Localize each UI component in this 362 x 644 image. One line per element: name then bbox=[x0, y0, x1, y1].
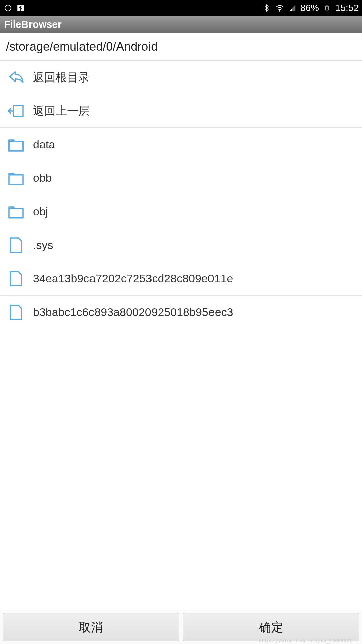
item-label: obj bbox=[33, 205, 48, 218]
file-icon bbox=[7, 303, 25, 322]
folder-icon bbox=[7, 169, 25, 187]
confirm-label: 确定 bbox=[259, 619, 283, 636]
status-right-icons: 86% 15:52 bbox=[262, 3, 359, 13]
svg-point-3 bbox=[279, 11, 280, 11]
battery-icon bbox=[322, 3, 332, 13]
nav-back-up[interactable]: 返回上一层 bbox=[0, 94, 362, 128]
folder-icon bbox=[7, 202, 25, 221]
svg-point-2 bbox=[20, 10, 21, 11]
file-item[interactable]: .sys bbox=[0, 228, 362, 262]
signal-icon bbox=[288, 3, 297, 13]
nav-back-root[interactable]: 返回根目录 bbox=[0, 61, 362, 94]
battery-percent: 86% bbox=[300, 3, 319, 13]
file-icon bbox=[7, 236, 25, 255]
status-bar: 86% 15:52 bbox=[0, 0, 362, 16]
path-bar: /storage/emulated/0/Android bbox=[0, 33, 362, 61]
watermark: https://blog.csdn.net/qq_16064871 bbox=[259, 638, 352, 643]
item-label: data bbox=[33, 138, 55, 151]
folder-item[interactable]: obj bbox=[0, 195, 362, 228]
bluetooth-icon bbox=[262, 3, 272, 13]
item-label: .sys bbox=[33, 238, 53, 252]
folder-item[interactable]: obb bbox=[0, 161, 362, 195]
folder-icon bbox=[7, 135, 25, 154]
nav-label: 返回上一层 bbox=[33, 103, 90, 119]
wifi-icon bbox=[275, 3, 284, 13]
back-root-icon bbox=[7, 68, 25, 87]
folder-item[interactable]: data bbox=[0, 128, 362, 161]
app-title-bar: FileBrowser bbox=[0, 16, 362, 33]
cancel-label: 取消 bbox=[79, 619, 103, 636]
usb-icon bbox=[16, 3, 25, 13]
current-path: /storage/emulated/0/Android bbox=[6, 40, 158, 53]
file-list: 返回根目录 返回上一层 data obb bbox=[0, 61, 362, 610]
status-left-icons bbox=[3, 3, 25, 13]
file-item[interactable]: b3babc1c6c893a80020925018b95eec3 bbox=[0, 296, 362, 329]
item-label: obb bbox=[33, 171, 52, 184]
item-label: 34ea13b9ca7202c7253cd28c809e011e bbox=[33, 272, 233, 285]
file-item[interactable]: 34ea13b9ca7202c7253cd28c809e011e bbox=[0, 262, 362, 296]
nav-label: 返回根目录 bbox=[33, 70, 90, 85]
confirm-button[interactable]: 确定 bbox=[183, 613, 359, 641]
item-label: b3babc1c6c893a80020925018b95eec3 bbox=[33, 306, 233, 319]
cancel-button[interactable]: 取消 bbox=[3, 613, 179, 641]
back-up-icon bbox=[7, 102, 25, 120]
svg-rect-5 bbox=[326, 6, 328, 6]
app-title: FileBrowser bbox=[4, 19, 62, 30]
power-icon bbox=[3, 3, 13, 13]
svg-rect-6 bbox=[14, 105, 23, 116]
file-icon bbox=[7, 269, 25, 288]
time-label: 15:52 bbox=[335, 3, 359, 13]
